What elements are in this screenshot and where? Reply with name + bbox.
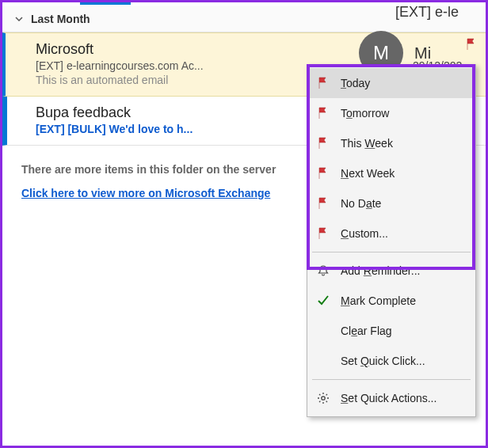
menu-clear-flag[interactable]: Clear Flag — [307, 316, 475, 346]
group-header-label: Last Month — [31, 13, 90, 25]
bell-icon — [315, 263, 331, 279]
blank-icon — [315, 323, 331, 339]
menu-label: Next Week — [341, 167, 395, 180]
menu-next-week[interactable]: Next Week — [307, 158, 475, 188]
svg-point-0 — [322, 397, 325, 400]
menu-label: Tomorrow — [341, 107, 389, 120]
gear-icon — [315, 390, 331, 406]
menu-label: Today — [341, 77, 370, 89]
check-icon — [315, 293, 331, 309]
reading-sender: Mi — [414, 44, 431, 63]
menu-this-week[interactable]: This Week — [307, 128, 475, 158]
chevron-down-icon — [13, 13, 25, 25]
email-subject: [EXT] e-learningcourses.com Ac... — [36, 59, 204, 72]
menu-label: Set Quick Actions... — [341, 392, 437, 404]
flag-icon — [315, 196, 331, 211]
menu-label: Add Reminder... — [341, 264, 420, 277]
blank-icon — [315, 353, 331, 369]
menu-label: No Date — [341, 197, 381, 210]
menu-label: Mark Complete — [341, 294, 416, 307]
menu-add-reminder[interactable]: Add Reminder... — [307, 256, 475, 286]
flag-icon — [315, 135, 331, 151]
menu-label: Set Quick Click... — [341, 355, 425, 367]
menu-custom[interactable]: Custom... — [307, 218, 475, 249]
flag-icon — [315, 165, 331, 181]
menu-tomorrow[interactable]: Tomorrow — [307, 98, 475, 128]
tab-indicator — [80, 2, 131, 5]
menu-label: This Week — [341, 137, 393, 150]
menu-label: Custom... — [341, 227, 388, 240]
menu-separator — [312, 379, 471, 380]
flag-context-menu: Today Tomorrow This Week Next Week No Da… — [307, 64, 476, 417]
menu-set-quick-click[interactable]: Set Quick Click... — [307, 346, 475, 376]
menu-set-quick-actions[interactable]: Set Quick Actions... — [307, 383, 475, 413]
menu-today[interactable]: Today — [307, 68, 475, 98]
reading-subject-prefix: [EXT] e-le — [395, 4, 459, 21]
avatar-initial: M — [373, 42, 389, 64]
flag-icon — [315, 226, 331, 241]
flag-icon — [315, 105, 331, 121]
email-subject: [EXT] [BULK] We'd love to h... — [36, 123, 193, 135]
menu-separator — [312, 252, 471, 252]
flag-icon — [315, 75, 331, 91]
menu-label: Clear Flag — [341, 325, 392, 337]
menu-no-date[interactable]: No Date — [307, 188, 475, 218]
menu-mark-complete[interactable]: Mark Complete — [307, 286, 475, 316]
